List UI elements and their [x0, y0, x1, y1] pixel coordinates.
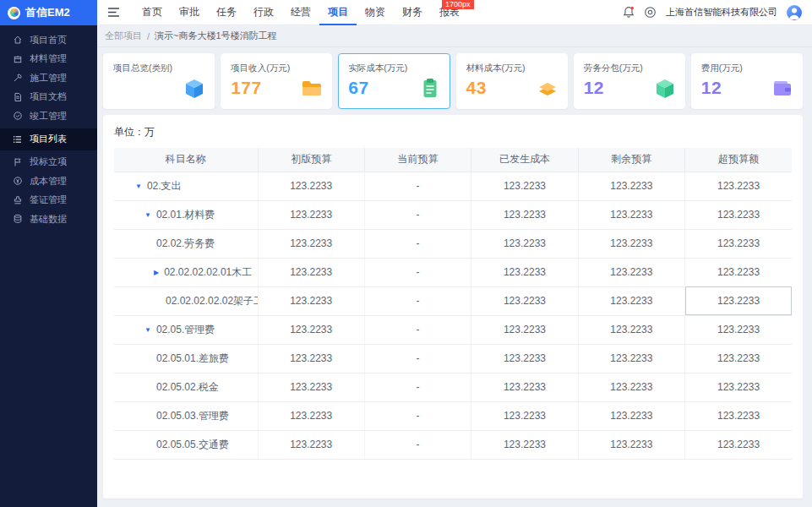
notification-bell-icon[interactable]	[623, 6, 635, 19]
value-cell: 123.2233	[258, 200, 364, 229]
value-cell: 123.2233	[471, 401, 578, 430]
value-cell: -	[364, 373, 471, 401]
table-row-5: ▼02.05.管理费123.2233-123.2233123.2233123.2…	[114, 315, 792, 344]
stat-cards-row: 项目总览(类别)项目收入(万元)177实际成本(万元)67材料成本(万元)43劳…	[97, 47, 812, 109]
value-cell: -	[364, 401, 471, 430]
materials-icon	[13, 54, 23, 64]
value-cell: 123.2233	[258, 286, 364, 315]
sidebar-item-label: 成本管理	[30, 175, 67, 188]
subject-name: 02.支出	[147, 180, 182, 192]
sidebar-item-5[interactable]: 项目列表	[0, 128, 97, 150]
table-row-0: ▼02.支出123.2233-123.2233123.2233123.2233	[114, 172, 792, 200]
subject-name-cell: ▼02.支出	[114, 172, 258, 200]
sidebar-item-label: 竣工管理	[30, 110, 67, 123]
value-cell: 123.2233	[471, 315, 578, 344]
table-row-6: 02.05.01.差旅费123.2233-123.2233123.2233123…	[114, 344, 792, 373]
collapse-icon[interactable]: ▼	[144, 211, 151, 219]
unit-label: 单位：万	[114, 125, 792, 139]
value-cell: 123.2233	[578, 430, 684, 459]
value-cell: 123.2233	[471, 229, 578, 258]
value-cell: 123.2233	[258, 172, 364, 200]
value-cell: 123.2233	[685, 344, 792, 373]
nav-item-7[interactable]: 财务	[394, 0, 431, 25]
stat-card-4[interactable]: 劳务分包(万元)12	[574, 53, 685, 109]
value-cell: -	[364, 258, 471, 286]
value-cell: 123.2233	[471, 373, 578, 401]
collapse-icon[interactable]: ▼	[135, 183, 142, 190]
table-row-4: 02.02.02.02.02架子工123.2233-123.2233123.22…	[114, 286, 792, 315]
menu-toggle-icon[interactable]	[107, 7, 120, 18]
expand-icon[interactable]: ▶	[154, 269, 159, 276]
user-avatar[interactable]	[787, 5, 802, 20]
subject-name-cell: ▼02.01.材料费	[114, 200, 258, 229]
column-header-5: 超预算额	[685, 148, 792, 172]
subject-name: 02.02.劳务费	[156, 237, 215, 249]
value-cell: 123.2233	[578, 258, 684, 286]
sidebar-item-1[interactable]: 材料管理	[0, 50, 97, 69]
table-row-3: ▶02.02.02.02.01木工123.2233-123.2233123.22…	[114, 258, 792, 286]
value-cell: 123.2233	[258, 401, 364, 430]
sidebar-item-2[interactable]: 施工管理	[0, 68, 97, 88]
table-row-7: 02.05.02.税金123.2233-123.2233123.2233123.…	[114, 373, 792, 401]
sidebar-item-label: 基础数据	[30, 213, 67, 226]
top-right-tools: 上海首信智能科技有限公司	[623, 5, 802, 20]
measure-annotation: 1700px	[442, 0, 474, 9]
sidebar-item-label: 项目文档	[30, 90, 67, 103]
nav-item-6[interactable]: 物资	[357, 0, 394, 25]
logo-icon	[8, 7, 20, 19]
table-row-8: 02.05.03.管理费123.2233-123.2233123.2233123…	[114, 401, 792, 430]
value-cell: 123.2233	[685, 229, 792, 258]
table-row-9: 02.05.05.交通费123.2233-123.2233123.2233123…	[114, 430, 792, 459]
company-name[interactable]: 上海首信智能科技有限公司	[666, 6, 777, 19]
nav-item-2[interactable]: 任务	[208, 0, 245, 25]
sidebar-item-7[interactable]: 成本管理	[0, 172, 97, 191]
home-icon	[13, 35, 23, 45]
clipboard-icon	[418, 77, 442, 101]
table-row-2: 02.02.劳务费123.2233-123.2233123.2233123.22…	[114, 229, 792, 258]
stat-card-5[interactable]: 费用(万元)12	[691, 53, 803, 109]
nav-item-1[interactable]: 审批	[171, 0, 208, 25]
sidebar-item-3[interactable]: 项目文档	[0, 88, 97, 107]
stat-card-2[interactable]: 实际成本(万元)67	[338, 53, 450, 109]
sidebar-item-6[interactable]: 投标立项	[0, 153, 97, 172]
top-nav: 首页审批任务行政经营项目物资财务报表	[134, 0, 468, 25]
value-cell: -	[364, 200, 471, 229]
wallet-icon	[771, 77, 794, 101]
sidebar-item-8[interactable]: 签证管理	[0, 191, 97, 210]
settings-icon[interactable]	[644, 6, 657, 19]
stat-card-0[interactable]: 项目总览(类别)	[103, 53, 215, 109]
nav-item-5[interactable]: 项目	[319, 0, 357, 25]
value-cell: 123.2233	[578, 373, 684, 401]
subject-name: 02.05.05.交通费	[156, 439, 229, 450]
value-cell: 123.2233	[685, 373, 792, 401]
nav-item-3[interactable]: 行政	[245, 0, 282, 25]
subject-name: 02.02.02.02.01木工	[164, 266, 252, 278]
sidebar-item-label: 项目首页	[30, 34, 67, 46]
app-logo[interactable]: 首信EM2	[0, 0, 97, 25]
stat-card-1[interactable]: 项目收入(万元)177	[221, 53, 332, 109]
nav-item-4[interactable]: 经营	[282, 0, 319, 25]
stat-card-title: 费用(万元)	[701, 63, 793, 74]
sidebar-item-9[interactable]: 基础数据	[0, 210, 97, 229]
sidebar-item-4[interactable]: 竣工管理	[0, 106, 97, 126]
stat-card-title: 实际成本(万元)	[348, 63, 439, 74]
value-cell: 123.2233	[258, 430, 364, 459]
sidebar-item-0[interactable]: 项目首页	[0, 30, 97, 50]
nav-item-0[interactable]: 首页	[134, 0, 171, 25]
value-cell: 123.2233	[578, 200, 684, 229]
value-cell: 123.2233	[258, 315, 364, 344]
value-cell: 123.2233	[471, 172, 578, 200]
value-cell: -	[364, 430, 471, 459]
value-cell: 123.2233	[471, 430, 578, 459]
sidebar-item-label: 材料管理	[30, 52, 67, 65]
collapse-icon[interactable]: ▼	[144, 326, 151, 334]
breadcrumb-root[interactable]: 全部项目	[105, 30, 142, 42]
breadcrumb-current: 演示~商务大楼1号楼消防工程	[155, 30, 277, 42]
subject-name-cell: 02.05.02.税金	[114, 373, 258, 401]
stat-card-3[interactable]: 材料成本(万元)43	[456, 53, 568, 109]
value-cell: 123.2233	[471, 200, 578, 229]
subject-name-cell: 02.02.02.02.02架子工	[114, 286, 258, 315]
subject-name-cell: 02.05.03.管理费	[114, 401, 258, 430]
top-bar: 首信EM2 首页审批任务行政经营项目物资财务报表 上海首信智能科技有限公司	[0, 0, 812, 25]
value-cell: 123.2233	[258, 344, 364, 373]
